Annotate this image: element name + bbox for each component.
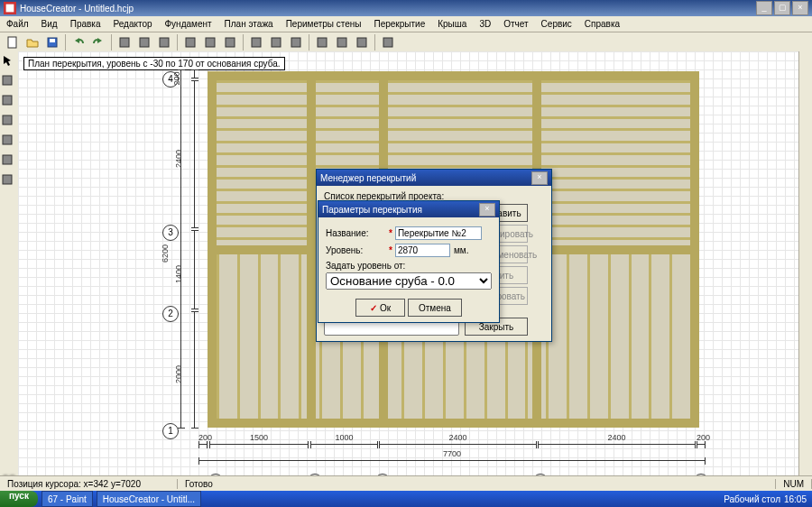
pointer-tool[interactable] xyxy=(0,53,18,71)
export-icon[interactable] xyxy=(379,33,397,51)
level-label: Уровень: xyxy=(326,245,389,255)
menu-план этажа[interactable]: План этажа xyxy=(218,17,280,31)
manager-dialog-title[interactable]: Менеджер перекрытий × xyxy=(317,170,551,186)
paste-icon[interactable] xyxy=(155,33,173,51)
level-unit: мм. xyxy=(454,245,469,255)
svg-rect-18 xyxy=(3,76,12,85)
dim-l3: 200 xyxy=(194,69,204,78)
settings-icon[interactable] xyxy=(353,33,371,51)
palette-icon[interactable] xyxy=(333,33,351,51)
vertical-scrollbar[interactable] xyxy=(798,51,812,478)
max-button[interactable]: ▢ xyxy=(774,1,790,15)
svg-rect-8 xyxy=(186,38,195,47)
system-tray[interactable]: Рабочий стол 16:05 xyxy=(718,494,812,504)
rect-tool[interactable] xyxy=(0,113,18,131)
main-toolbar xyxy=(0,32,812,53)
menu-крыша[interactable]: Крыша xyxy=(431,17,473,31)
dim-l0: 2000 xyxy=(194,311,204,429)
open-icon[interactable] xyxy=(23,33,42,51)
svg-rect-22 xyxy=(3,155,12,164)
menu-отчет[interactable]: Отчет xyxy=(497,17,534,31)
svg-rect-23 xyxy=(3,175,12,184)
tray-desktop-label: Рабочий стол xyxy=(724,494,780,504)
menubar: ФайлВидПравкаРедакторФундаментПлан этажа… xyxy=(0,16,812,32)
from-label: Задать уровень от: xyxy=(326,261,492,271)
params-dialog[interactable]: Параметры перекрытия × Название: * Урове… xyxy=(318,200,500,323)
name-input[interactable] xyxy=(395,226,482,240)
level-input[interactable] xyxy=(395,244,450,257)
menu-сервис[interactable]: Сервис xyxy=(535,17,578,31)
measure-icon[interactable] xyxy=(313,33,331,51)
svg-rect-1 xyxy=(6,5,14,13)
inner-wall-v1[interactable] xyxy=(307,80,316,419)
status-ready: Готово xyxy=(178,479,776,489)
cut-icon[interactable] xyxy=(115,33,134,51)
ortho-icon[interactable] xyxy=(221,33,239,51)
menu-вид[interactable]: Вид xyxy=(35,17,64,31)
svg-rect-19 xyxy=(3,96,12,105)
params-dialog-close-icon[interactable]: × xyxy=(479,203,495,217)
zoom-fit-icon[interactable] xyxy=(287,33,305,51)
titlebar[interactable]: HouseCreator - Untitled.hcjp _ ▢ × xyxy=(0,0,812,16)
snap-icon[interactable] xyxy=(201,33,219,51)
svg-rect-20 xyxy=(3,115,12,124)
menu-файл[interactable]: Файл xyxy=(0,17,35,31)
task-item-housecreator[interactable]: HouseCreator - Untitl... xyxy=(97,491,201,507)
left-toolbox xyxy=(0,51,19,491)
ok-button[interactable]: ✓Ок xyxy=(355,299,405,317)
menu-3d[interactable]: 3D xyxy=(473,17,497,31)
statusbar: Позиция курсора: х=342 y=7020 Готово NUM xyxy=(0,475,812,491)
task-item-paint[interactable]: 67 - Paint xyxy=(42,491,93,507)
menu-перекрытие[interactable]: Перекрытие xyxy=(368,17,432,31)
axis-row-2: 2 xyxy=(162,306,179,322)
line-tool[interactable] xyxy=(0,93,18,111)
canvas-viewport[interactable]: План перекрытия, уровень с -30 по 170 от… xyxy=(18,51,812,491)
zoom-in-icon[interactable] xyxy=(247,33,265,51)
work-area: План перекрытия, уровень с -30 по 170 от… xyxy=(0,51,812,491)
svg-rect-16 xyxy=(357,38,366,47)
new-icon[interactable] xyxy=(4,33,22,51)
windows-taskbar[interactable]: пуск 67 - Paint HouseCreator - Untitl...… xyxy=(0,491,812,507)
annotate-tool[interactable] xyxy=(0,133,18,151)
svg-rect-10 xyxy=(226,38,235,47)
manager-dialog-close-icon[interactable]: × xyxy=(531,171,548,185)
name-label: Название: xyxy=(326,228,389,238)
menu-правка[interactable]: Правка xyxy=(64,17,107,31)
redo-icon[interactable] xyxy=(89,33,107,51)
menu-периметры стены[interactable]: Периметры стены xyxy=(280,17,368,31)
menu-редактор[interactable]: Редактор xyxy=(106,17,158,31)
status-num: NUM xyxy=(776,479,812,489)
dim-b-total: 7700 xyxy=(198,460,706,470)
params-dialog-title[interactable]: Параметры перекрытия × xyxy=(318,201,499,217)
pencil-tool[interactable] xyxy=(0,152,18,171)
cancel-button[interactable]: Отмена xyxy=(408,299,462,317)
svg-rect-7 xyxy=(160,38,169,47)
axis-row-3: 3 xyxy=(162,225,179,241)
copy-icon[interactable] xyxy=(135,33,153,51)
menu-фундамент[interactable]: Фундамент xyxy=(159,17,218,31)
svg-rect-9 xyxy=(206,38,215,47)
grid-icon[interactable] xyxy=(181,33,199,51)
svg-rect-2 xyxy=(8,37,16,48)
params-title-text: Параметры перекрытия xyxy=(322,205,422,215)
manager-dialog-title-text: Менеджер перекрытий xyxy=(320,173,416,183)
min-button[interactable]: _ xyxy=(756,1,772,15)
svg-rect-21 xyxy=(3,135,12,144)
menu-справка[interactable]: Справка xyxy=(578,17,626,31)
undo-icon[interactable] xyxy=(69,33,88,51)
asterisk-icon: * xyxy=(389,228,392,238)
asterisk-icon-2: * xyxy=(389,245,392,255)
svg-rect-11 xyxy=(252,38,261,47)
svg-rect-17 xyxy=(383,38,392,47)
status-coords: Позиция курсора: х=342 y=7020 xyxy=(0,479,178,489)
close-button[interactable]: × xyxy=(792,1,808,15)
from-select[interactable]: Основание сруба - 0.0 xyxy=(326,272,492,290)
pick-tool[interactable] xyxy=(0,73,18,91)
app-title: HouseCreator - Untitled.hcjp xyxy=(20,4,134,14)
zoom-out-icon[interactable] xyxy=(267,33,285,51)
pen-tool[interactable] xyxy=(0,172,18,190)
save-icon[interactable] xyxy=(43,33,61,51)
axis-row-1: 1 xyxy=(162,423,179,439)
start-button[interactable]: пуск xyxy=(0,491,38,507)
dim-l2: 2400 xyxy=(194,80,204,228)
